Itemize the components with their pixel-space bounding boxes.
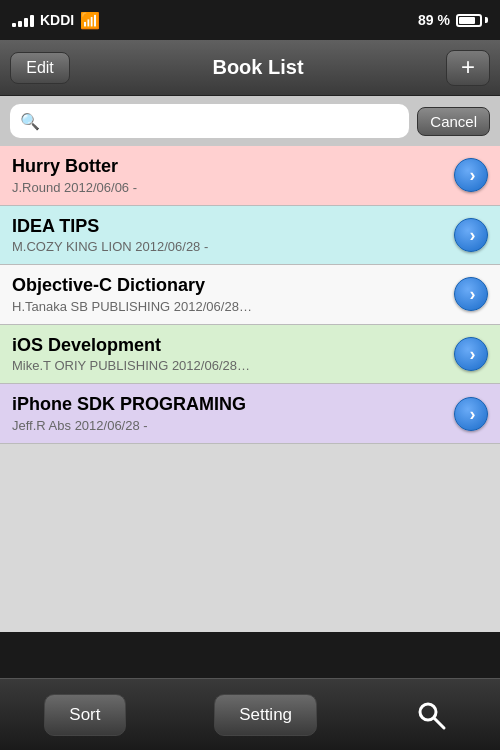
chevron-right-icon: ›: [470, 285, 476, 303]
cancel-button[interactable]: Cancel: [417, 107, 490, 136]
empty-area: [0, 444, 500, 632]
nav-bar: Edit Book List +: [0, 40, 500, 96]
book-item-content: Objective-C DictionaryH.Tanaka SB PUBLIS…: [12, 275, 446, 314]
signal-bar-1: [12, 23, 16, 27]
list-item[interactable]: Hurry BotterJ.Round 2012/06/06 -›: [0, 146, 500, 206]
book-list: Hurry BotterJ.Round 2012/06/06 -›IDEA TI…: [0, 146, 500, 444]
book-subtitle: Mike.T ORIY PUBLISHING 2012/06/28…: [12, 358, 446, 373]
chevron-right-icon: ›: [470, 405, 476, 423]
chevron-right-icon: ›: [470, 345, 476, 363]
list-item[interactable]: iPhone SDK PROGRAMINGJeff.R Abs 2012/06/…: [0, 384, 500, 444]
sort-button[interactable]: Sort: [44, 694, 125, 736]
chevron-button[interactable]: ›: [454, 158, 488, 192]
list-item[interactable]: Objective-C DictionaryH.Tanaka SB PUBLIS…: [0, 265, 500, 325]
signal-bar-4: [30, 15, 34, 27]
chevron-right-icon: ›: [470, 166, 476, 184]
signal-bar-3: [24, 18, 28, 27]
search-input-wrapper[interactable]: 🔍: [10, 104, 409, 138]
status-right: 89 %: [418, 12, 488, 28]
page-title: Book List: [212, 56, 303, 79]
book-title: iPhone SDK PROGRAMING: [12, 394, 446, 416]
search-icon: 🔍: [20, 112, 40, 131]
add-button[interactable]: +: [446, 50, 490, 86]
carrier-label: KDDI: [40, 12, 74, 28]
book-item-content: iOS DevelopmentMike.T ORIY PUBLISHING 20…: [12, 335, 446, 374]
chevron-button[interactable]: ›: [454, 218, 488, 252]
battery-percent: 89 %: [418, 12, 450, 28]
book-subtitle: Jeff.R Abs 2012/06/28 -: [12, 418, 446, 433]
search-input[interactable]: [46, 113, 399, 130]
setting-button[interactable]: Setting: [214, 694, 317, 736]
status-left: KDDI 📶: [12, 11, 100, 30]
chevron-button[interactable]: ›: [454, 397, 488, 431]
chevron-button[interactable]: ›: [454, 337, 488, 371]
list-item[interactable]: IDEA TIPSM.COZY KING LION 2012/06/28 -›: [0, 206, 500, 266]
book-item-content: Hurry BotterJ.Round 2012/06/06 -: [12, 156, 446, 195]
book-subtitle: J.Round 2012/06/06 -: [12, 180, 446, 195]
book-subtitle: H.Tanaka SB PUBLISHING 2012/06/28…: [12, 299, 446, 314]
wifi-icon: 📶: [80, 11, 100, 30]
book-title: Hurry Botter: [12, 156, 446, 178]
list-item[interactable]: iOS DevelopmentMike.T ORIY PUBLISHING 20…: [0, 325, 500, 385]
search-tab-icon[interactable]: [406, 690, 456, 740]
book-item-content: iPhone SDK PROGRAMINGJeff.R Abs 2012/06/…: [12, 394, 446, 433]
book-subtitle: M.COZY KING LION 2012/06/28 -: [12, 239, 446, 254]
book-title: Objective-C Dictionary: [12, 275, 446, 297]
chevron-button[interactable]: ›: [454, 277, 488, 311]
edit-button[interactable]: Edit: [10, 52, 70, 84]
signal-bars: [12, 13, 34, 27]
book-item-content: IDEA TIPSM.COZY KING LION 2012/06/28 -: [12, 216, 446, 255]
battery-icon: [456, 14, 488, 27]
search-bar: 🔍 Cancel: [0, 96, 500, 146]
book-title: iOS Development: [12, 335, 446, 357]
tab-bar: Sort Setting: [0, 678, 500, 750]
svg-line-1: [434, 718, 444, 728]
book-title: IDEA TIPS: [12, 216, 446, 238]
signal-bar-2: [18, 21, 22, 27]
chevron-right-icon: ›: [470, 226, 476, 244]
status-bar: KDDI 📶 89 %: [0, 0, 500, 40]
